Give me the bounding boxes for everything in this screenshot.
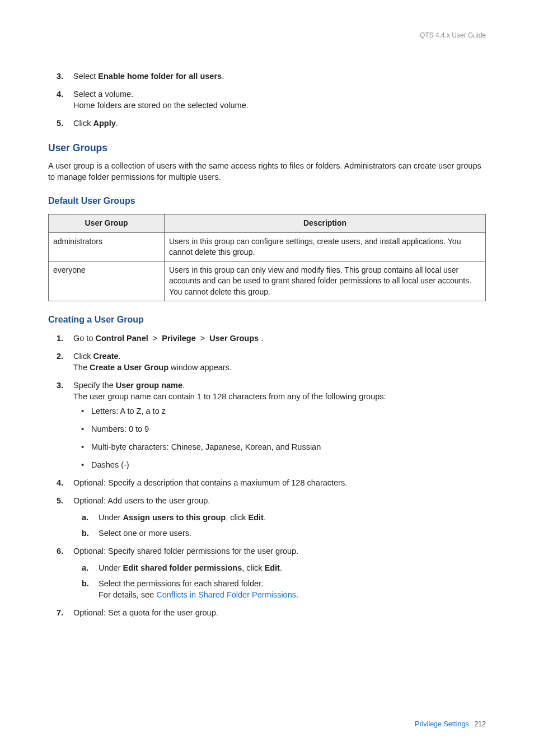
substep-text: For details, see xyxy=(99,590,156,599)
step-4: 4. Select a volume. Home folders are sto… xyxy=(48,88,486,111)
substep-bold: Assign users to this group xyxy=(123,513,226,522)
footer-section-link[interactable]: Privilege Settings xyxy=(415,720,469,728)
step-bold: Control Panel xyxy=(96,334,148,343)
create-step-3: 3. Specify the User group name. The user… xyxy=(48,380,486,470)
step-bold: Enable home folder for all users xyxy=(98,72,222,81)
table-header-description: Description xyxy=(165,214,486,232)
create-step-2: 2. Click Create. The Create a User Group… xyxy=(48,351,486,373)
substep-marker: b. xyxy=(82,528,89,539)
step-text: The user group name can contain 1 to 128… xyxy=(73,392,386,401)
step-text: Optional: Set a quota for the user group… xyxy=(73,608,218,617)
substep-text: Select the permissions for each shared f… xyxy=(99,579,263,588)
header-guide-title: QTS 4.4.x User Guide xyxy=(420,31,486,39)
substep-b: b. Select the permissions for each share… xyxy=(73,578,486,600)
bullet-item: Numbers: 0 to 9 xyxy=(73,423,486,435)
table-cell-group: administrators xyxy=(49,232,165,262)
step-text: Click xyxy=(73,352,93,361)
step-bold: User Groups xyxy=(209,334,259,343)
section-heading-default-user-groups: Default User Groups xyxy=(48,195,486,207)
section-heading-creating-user-group: Creating a User Group xyxy=(48,314,486,326)
step-text: Optional: Specify shared folder permissi… xyxy=(73,547,298,556)
substep-marker: b. xyxy=(82,578,89,589)
bullet-item: Multi-byte characters: Chinese, Japanese… xyxy=(73,441,486,452)
step-text: Go to xyxy=(73,334,96,343)
substep-post: . xyxy=(264,513,266,522)
step-text: Specify the xyxy=(73,381,116,390)
create-step-7: 7. Optional: Set a quota for the user gr… xyxy=(48,607,486,618)
substep-bold: Edit shared folder permissions xyxy=(123,563,242,572)
step-post: . xyxy=(182,381,185,390)
default-user-groups-table: User Group Description administrators Us… xyxy=(48,214,486,301)
step-bold: Create a User Group xyxy=(90,363,168,372)
step-marker: 5. xyxy=(57,118,63,129)
substep-text: , click xyxy=(226,513,248,522)
substep-post: . xyxy=(296,590,298,599)
create-step-5: 5. Optional: Add users to the user group… xyxy=(48,495,486,539)
table-row: administrators Users in this group can c… xyxy=(49,232,486,262)
step-marker: 1. xyxy=(57,333,63,344)
step-marker: 5. xyxy=(57,495,63,506)
step-text: The xyxy=(73,363,90,372)
step-marker: 7. xyxy=(57,607,63,618)
substep-text: Under xyxy=(99,563,123,572)
step-bold: Create xyxy=(93,352,118,361)
bullet-item: Letters: A to Z, a to z xyxy=(73,405,486,417)
step-bold: User group name xyxy=(116,381,182,390)
table-cell-desc: Users in this group can only view and mo… xyxy=(165,262,486,301)
substep-bold: Edit xyxy=(265,563,280,572)
step-3: 3. Select Enable home folder for all use… xyxy=(48,71,486,82)
create-step-6: 6. Optional: Specify shared folder permi… xyxy=(48,545,486,600)
step-marker: 6. xyxy=(57,545,63,557)
table-header-user-group: User Group xyxy=(49,214,165,232)
step-text: Select xyxy=(73,72,98,81)
footer-page-number: 212 xyxy=(474,720,486,728)
substep-text: Select one or more users. xyxy=(99,529,191,538)
table-row: everyone Users in this group can only vi… xyxy=(49,262,486,301)
substep-text: Under xyxy=(99,513,123,522)
step-post: . xyxy=(259,334,263,343)
substep-a: a. Under Assign users to this group, cli… xyxy=(73,512,486,523)
step-text: Click xyxy=(73,119,93,128)
substep-marker: a. xyxy=(82,512,88,523)
substep-marker: a. xyxy=(82,562,88,573)
bullet-item: Dashes (-) xyxy=(73,459,486,470)
step-text: Home folders are stored on the selected … xyxy=(73,101,249,110)
link-conflicts-shared-folder-permissions[interactable]: Conflicts in Shared Folder Permissions xyxy=(156,590,296,599)
user-groups-paragraph: A user group is a collection of users wi… xyxy=(48,160,486,183)
section-heading-user-groups: User Groups xyxy=(48,141,486,155)
step-marker: 4. xyxy=(57,477,63,488)
substep-b: b. Select one or more users. xyxy=(73,528,486,539)
create-step-4: 4. Optional: Specify a description that … xyxy=(48,477,486,488)
step-marker: 4. xyxy=(57,88,63,100)
substep-bold: Edit xyxy=(249,513,264,522)
step-post: window appears. xyxy=(168,363,232,372)
step-post: . xyxy=(119,352,121,361)
step-marker: 2. xyxy=(57,351,63,362)
breadcrumb-sep: > xyxy=(153,334,157,343)
step-5: 5. Click Apply. xyxy=(48,118,486,129)
breadcrumb-sep: > xyxy=(200,334,205,343)
table-cell-desc: Users in this group can configure settin… xyxy=(165,232,486,262)
step-text: Optional: Add users to the user group. xyxy=(73,496,210,505)
substep-post: . xyxy=(280,563,282,572)
step-marker: 3. xyxy=(57,71,63,82)
step-bold: Privilege xyxy=(162,334,195,343)
step-bold: Apply xyxy=(93,119,115,128)
step-text: Select a volume. xyxy=(73,90,133,99)
substep-a: a. Under Edit shared folder permissions,… xyxy=(73,562,486,573)
substep-text: , click xyxy=(242,563,264,572)
step-marker: 3. xyxy=(57,380,63,391)
step-post: . xyxy=(222,72,224,81)
create-step-1: 1. Go to Control Panel > Privilege > Use… xyxy=(48,333,486,344)
step-post: . xyxy=(116,119,118,128)
table-cell-group: everyone xyxy=(49,262,165,301)
step-text: Optional: Specify a description that con… xyxy=(73,478,347,487)
